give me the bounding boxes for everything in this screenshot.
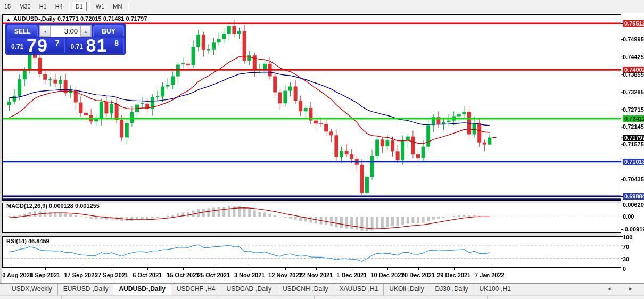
macd-axis-label: 0.006201	[623, 202, 644, 208]
ohlc-low: 0.71481	[103, 15, 125, 22]
scrollbar-separator	[487, 296, 488, 299]
buy-price-main: 81	[86, 35, 108, 56]
date-axis-label: 8 Sep 2021	[30, 272, 60, 278]
timeframe-button-h4[interactable]: H4	[52, 2, 67, 11]
price-level-badge: 0.71013	[623, 159, 644, 165]
price-axis-label: 0.71575	[623, 141, 644, 147]
horizontal-scrollbar[interactable]	[0, 295, 644, 299]
price-axis-label: 0.72715	[623, 106, 644, 113]
chart-tab-xauusdh1[interactable]: XAUUSD-,H1	[334, 284, 384, 295]
rsi-axis-label: 70	[623, 244, 629, 250]
timeframe-toolbar: 15M30H1H4D1W1MN	[0, 0, 644, 13]
sell-price-box[interactable]: 0.71 79 7	[7, 38, 65, 53]
date-axis-label: 29 Dec 2021	[437, 272, 470, 278]
price-axis-label: 0.74995	[623, 36, 644, 43]
date-axis-label: 27 Sep 2021	[95, 272, 128, 278]
timeframe-button-w1[interactable]: W1	[92, 2, 109, 11]
ohlc-open: 0.71771	[57, 15, 79, 22]
chart-title-bar: ▲AUDUSD-,Daily 0.71771 0.72015 0.71481 0…	[6, 15, 147, 22]
price-axis-label: 0.72145	[623, 123, 644, 130]
date-axis-label: 10 Dec 2021	[370, 272, 404, 278]
scrollbar-separator	[181, 296, 181, 299]
chart-tab-usdcaddaily[interactable]: USDCAD-,Daily	[221, 284, 277, 295]
price-axis-label: 0.73855	[623, 71, 644, 78]
sell-price-main: 79	[27, 35, 48, 56]
date-axis[interactable]: 30 Aug 20218 Sep 202117 Sep 202127 Sep 2…	[0, 270, 644, 283]
toolbar-separator	[69, 2, 70, 11]
ohlc-close: 0.71797	[126, 15, 147, 22]
chart-tab-dj30daily[interactable]: DJ30-,Daily	[430, 284, 474, 295]
date-axis-label: 12 Nov 2021	[268, 272, 302, 278]
chart-tab-ukoildaily[interactable]: UKOil-,Daily	[383, 284, 429, 295]
macd-values: 0.000128 0.001255	[49, 203, 100, 209]
price-axis-label: 0.73285	[623, 89, 644, 95]
scrollbar-separator	[61, 296, 62, 299]
chart-tab-usdchfh4[interactable]: USDCHF-,H4	[171, 284, 221, 295]
window-left-border	[0, 13, 2, 299]
price-axis-label: 0.70435	[623, 176, 644, 182]
sell-price-pip: 7	[55, 39, 60, 47]
macd-axis-label: -0.009197	[623, 226, 644, 232]
toolbar-separator	[89, 2, 90, 11]
rsi-value: 46.8459	[28, 238, 49, 244]
price-axis[interactable]: 0.755120.749950.744250.740020.738550.732…	[622, 14, 644, 283]
volume-input[interactable]: 3.00	[51, 26, 80, 37]
macd-label: MACD(12,26,9) 0.000128 0.001255	[6, 203, 100, 209]
chart-tab-usdxweekly[interactable]: USDX,Weekly	[6, 284, 57, 295]
price-axis-label: 0.74425	[623, 54, 644, 60]
date-axis-label: 15 Oct 2021	[167, 272, 199, 278]
one-click-trading-panel: SELL ▼ 3.00 ▲ BUY 0.71 79 7 0.71 81 8	[5, 23, 126, 55]
price-level-badge: 0.69884	[623, 193, 644, 200]
chart-tab-usdcnhdaily[interactable]: USDCNH-,Daily	[277, 284, 333, 295]
buy-price-prefix: 0.71	[71, 43, 83, 51]
tab-scroll-arrows[interactable]: ◄ ►	[606, 286, 641, 292]
ohlc-high: 0.72015	[80, 15, 102, 22]
chart-tab-eurusddaily[interactable]: EURUSD-,Daily	[57, 284, 114, 295]
scrollbar-separator	[314, 296, 315, 299]
chart-tab-bar: USDX,WeeklyEURUSD-,DailyAUDUSD-,DailyUSD…	[0, 283, 644, 295]
rsi-axis-label: 30	[623, 256, 629, 262]
buy-price-box[interactable]: 0.71 81 8	[67, 38, 125, 53]
price-level-badge: 0.75512	[623, 20, 644, 27]
mt4-chart-window: 15M30H1H4D1W1MN ▲AUDUSD-,Daily 0.71771 0…	[0, 0, 644, 299]
date-axis-label: 7 Jan 2022	[475, 272, 505, 278]
date-axis-label: 6 Oct 2021	[133, 272, 162, 278]
timeframe-button-d1[interactable]: D1	[72, 2, 87, 11]
price-level-badge: 0.71797	[623, 135, 644, 141]
collapse-chart-icon[interactable]: ▲	[6, 17, 11, 22]
macd-axis-label: 0.00	[623, 213, 634, 220]
date-axis-label: 20 Dec 2021	[401, 272, 435, 278]
toolbar-separator	[128, 2, 129, 11]
timeframe-button-m30[interactable]: M30	[15, 2, 34, 11]
date-axis-label: 30 Aug 2021	[0, 272, 33, 278]
price-level-badge: 0.72412	[623, 115, 644, 122]
buy-price-pip: 8	[114, 39, 119, 47]
timeframe-button-15[interactable]: 15	[1, 2, 14, 11]
date-axis-label: 1 Dec 2021	[336, 272, 367, 278]
rsi-axis-label: 100	[623, 234, 632, 240]
date-axis-label: 3 Nov 2021	[234, 272, 265, 278]
date-axis-label: 22 Nov 2021	[299, 272, 333, 278]
timeframe-button-mn[interactable]: MN	[109, 2, 126, 11]
sell-price-prefix: 0.71	[11, 43, 23, 51]
chart-tab-uk100h1[interactable]: UK100-,H1	[474, 284, 516, 295]
chart-symbol-period: AUDUSD-,Daily	[13, 15, 56, 22]
date-axis-label: 17 Sep 2021	[64, 272, 97, 278]
timeframe-button-h1[interactable]: H1	[36, 2, 51, 11]
chart-tab-audusddaily[interactable]: AUDUSD-,Daily	[113, 284, 171, 295]
date-axis-label: 25 Oct 2021	[197, 272, 230, 278]
rsi-label: RSI(14) 46.8459	[6, 238, 49, 244]
